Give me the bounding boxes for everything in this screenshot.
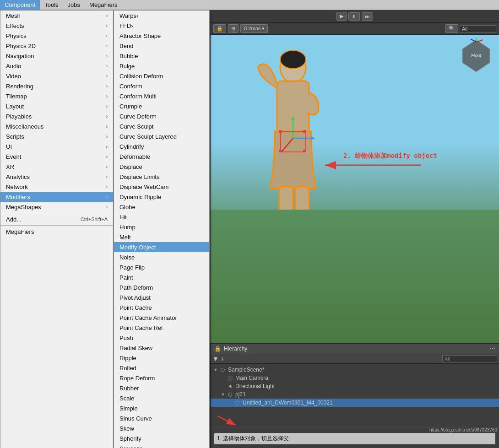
menu-scale[interactable]: Scale (114, 393, 209, 403)
menu-megashapes[interactable]: MegaShapes› (0, 202, 113, 212)
scene-toolbar: 🔒 ⊞ Gizmos ▾ 🔍 (211, 23, 499, 35)
menu-scripts[interactable]: Scripts› (0, 131, 113, 141)
menu-rubber[interactable]: Rubber (114, 383, 209, 393)
menu-collision-deform[interactable]: Collision Deform (114, 71, 209, 81)
menu-page-flip[interactable]: Page Flip (114, 262, 209, 272)
menu-attractor-shape[interactable]: Attractor Shape (114, 31, 209, 41)
menu-hump[interactable]: Hump (114, 222, 209, 232)
scene-search-input[interactable] (460, 25, 496, 32)
menu-warps[interactable]: Warps› (114, 11, 209, 21)
menu-displace-limits[interactable]: Displace Limits (114, 172, 209, 182)
pause-button[interactable]: ⏸ (348, 12, 360, 21)
menu-point-cache-animator[interactable]: Point Cache Animator (114, 313, 209, 323)
menu-tilemap[interactable]: Tilemap› (0, 91, 113, 101)
no-expand-icon (228, 400, 233, 405)
svg-rect-19 (303, 130, 306, 133)
expand-icon: ▼ (213, 367, 218, 372)
menu-ffd[interactable]: FFD› (114, 21, 209, 31)
gizmos-button[interactable]: Gizmos ▾ (240, 24, 268, 33)
scene-options-button[interactable]: ⊞ (228, 24, 239, 33)
menu-displace[interactable]: Displace (114, 162, 209, 172)
menu-sinus-curve[interactable]: Sinus Curve (114, 413, 209, 423)
menu-simple[interactable]: Simple (114, 403, 209, 413)
search-scene-button[interactable]: 🔍 (445, 24, 458, 33)
menu-component[interactable]: Component (0, 0, 40, 10)
dropdown-level2: Warps› FFD› Attractor Shape Bend Bubble … (114, 10, 210, 448)
menu-spherify[interactable]: Spherify (114, 433, 209, 443)
menu-bubble[interactable]: Bubble (114, 51, 209, 61)
menu-pivot-adjust[interactable]: Pivot Adjust (114, 292, 209, 302)
menu-playables[interactable]: Playables› (0, 111, 113, 121)
hierarchy-add-button[interactable]: ▼ + (212, 355, 224, 362)
menu-curve-deform[interactable]: Curve Deform (114, 111, 209, 121)
tree-samplescene[interactable]: ▼ ⎔ SampleScene* (211, 366, 499, 374)
menu-ripple[interactable]: Ripple (114, 353, 209, 363)
prefab-icon: ⬡ (227, 391, 233, 398)
menu-push[interactable]: Push (114, 333, 209, 343)
viewport[interactable]: Front (211, 10, 499, 343)
menu-curve-sculpt[interactable]: Curve Sculpt (114, 121, 209, 131)
menu-xr[interactable]: XR› (0, 162, 113, 172)
menu-miscellaneous[interactable]: Miscellaneous› (0, 121, 113, 131)
menu-bend[interactable]: Bend (114, 41, 209, 51)
svg-rect-20 (279, 150, 282, 152)
menu-deformable[interactable]: Deformable (114, 151, 209, 162)
menu-mesh[interactable]: Mesh› (0, 11, 113, 21)
playback-toolbar: ▶ ⏸ ⏭ (211, 10, 499, 23)
menu-physics2d[interactable]: Physics 2D› (0, 41, 113, 51)
menu-rolled[interactable]: Rolled (114, 363, 209, 373)
menu-ui[interactable]: UI› (0, 141, 113, 151)
menu-squeeze[interactable]: Squeeze (114, 443, 209, 448)
menu-event[interactable]: Event› (0, 151, 113, 162)
menu-radial-skew[interactable]: Radial Skew (114, 343, 209, 353)
menu-megafiers-item[interactable]: MegaFiers (0, 227, 113, 237)
menu-point-cache[interactable]: Point Cache (114, 302, 209, 313)
menu-video[interactable]: Video› (0, 71, 113, 81)
menu-bulge[interactable]: Bulge (114, 61, 209, 71)
menu-navigation[interactable]: Navigation› (0, 51, 113, 61)
menu-conform-multi[interactable]: Conform Multi (114, 91, 209, 101)
menu-physics[interactable]: Physics› (0, 31, 113, 41)
hierarchy-search-input[interactable] (442, 355, 497, 362)
tree-main-camera[interactable]: 🎥 Main Camera (211, 374, 499, 382)
menu-crumple[interactable]: Crumple (114, 101, 209, 111)
tree-untitled[interactable]: ⬡ Untitled_ani_CWom0301_M4_00021 (211, 399, 499, 407)
menu-path-deform[interactable]: Path Deform (114, 282, 209, 292)
menu-audio[interactable]: Audio› (0, 61, 113, 71)
step1-text: 1. 选择物体对象，切且选择父 (214, 433, 495, 444)
menu-paint[interactable]: Paint (114, 272, 209, 282)
tree-directional-light[interactable]: ☀ Directional Light (211, 382, 499, 390)
menu-megafiers[interactable]: MegaFiers (85, 0, 122, 10)
menu-tools[interactable]: Tools (40, 0, 63, 10)
menu-melt[interactable]: Melt (114, 232, 209, 242)
step-button[interactable]: ⏭ (362, 12, 373, 21)
menu-cylindrify[interactable]: Cylindrify (114, 141, 209, 151)
lock-button[interactable]: 🔒 (213, 24, 226, 33)
play-button[interactable]: ▶ (336, 12, 347, 21)
menu-add[interactable]: Add...Ctrl+Shift+A (0, 214, 113, 224)
menu-network[interactable]: Network› (0, 182, 113, 192)
menu-rope-deform[interactable]: Rope Deform (114, 373, 209, 383)
menu-noise[interactable]: Noise (114, 252, 209, 262)
menu-modifiers[interactable]: Modifiers› (0, 192, 113, 202)
menu-skew[interactable]: Skew (114, 423, 209, 433)
menu-analytics[interactable]: Analytics› (0, 172, 113, 182)
hierarchy-title: Hierarchy (224, 345, 247, 352)
camera-icon: 🎥 (227, 375, 233, 381)
menu-hit[interactable]: Hit (114, 212, 209, 222)
svg-text:Front: Front (471, 53, 481, 58)
menu-modify-object[interactable]: Modify Object (114, 242, 209, 252)
scene-icon: ⎔ (220, 367, 226, 373)
menu-layout[interactable]: Layout› (0, 101, 113, 111)
menu-displace-webcam[interactable]: Displace WebCam (114, 182, 209, 192)
menu-jobs[interactable]: Jobs (63, 0, 85, 10)
menu-dynamic-ripple[interactable]: Dynamic Ripple (114, 192, 209, 202)
menu-rendering[interactable]: Rendering› (0, 81, 113, 91)
tree-label: pj21 (235, 391, 246, 398)
menu-effects[interactable]: Effects› (0, 21, 113, 31)
menu-point-cache-ref[interactable]: Point Cache Ref (114, 323, 209, 333)
menu-curve-sculpt-layered[interactable]: Curve Sculpt Layered (114, 131, 209, 141)
menu-conform[interactable]: Conform (114, 81, 209, 91)
tree-pj21[interactable]: ▼ ⬡ pj21 (211, 390, 499, 399)
menu-globe[interactable]: Globe (114, 202, 209, 212)
